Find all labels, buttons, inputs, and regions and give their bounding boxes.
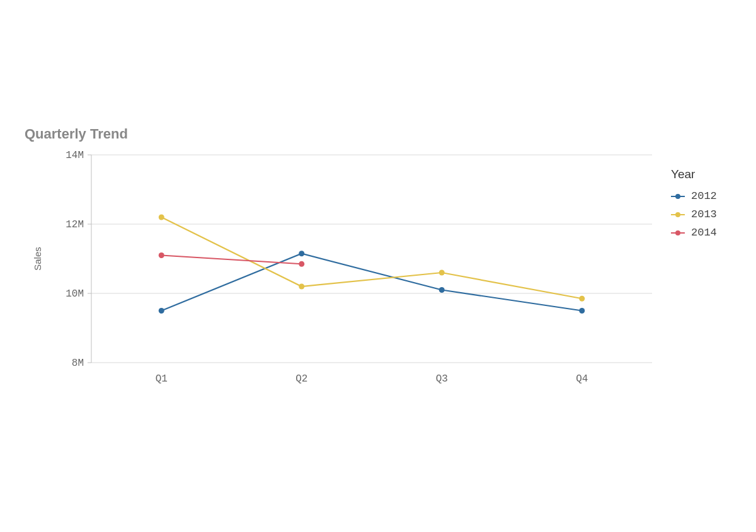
series-point-2014 xyxy=(299,261,304,267)
series-point-2012 xyxy=(299,251,304,256)
chart-legend: Year 201220132014 xyxy=(671,167,717,245)
series-point-2013 xyxy=(159,215,164,220)
series-point-2013 xyxy=(579,296,585,302)
svg-text:12M: 12M xyxy=(66,219,84,230)
legend-swatch-icon xyxy=(671,212,685,218)
series-line-2014 xyxy=(161,256,302,264)
legend-label: 2014 xyxy=(691,227,717,239)
series-line-2012 xyxy=(161,254,582,311)
legend-label: 2013 xyxy=(691,208,717,220)
svg-text:10M: 10M xyxy=(66,288,84,300)
legend-label: 2012 xyxy=(691,190,717,202)
series-point-2013 xyxy=(299,284,304,290)
series-point-2013 xyxy=(439,270,445,276)
svg-text:Q1: Q1 xyxy=(156,373,168,385)
svg-text:8M: 8M xyxy=(72,358,84,369)
legend-item-2013[interactable]: 2013 xyxy=(671,208,717,220)
series-point-2014 xyxy=(159,252,164,258)
series-point-2012 xyxy=(579,308,585,314)
legend-swatch-icon xyxy=(671,193,685,200)
chart-title: Quarterly Trend xyxy=(25,126,734,142)
legend-item-2014[interactable]: 2014 xyxy=(671,227,717,239)
svg-text:14M: 14M xyxy=(66,150,84,161)
chart-plot: 8M10M12M14MQ1Q2Q3Q4Sales xyxy=(22,149,658,394)
series-point-2012 xyxy=(439,287,445,293)
quarterly-trend-chart: Quarterly Trend 8M10M12M14MQ1Q2Q3Q4Sales… xyxy=(22,126,734,394)
svg-text:Q3: Q3 xyxy=(436,373,448,385)
svg-text:Q4: Q4 xyxy=(576,373,588,385)
legend-title: Year xyxy=(671,167,717,181)
legend-swatch-icon xyxy=(671,230,685,236)
series-line-2013 xyxy=(161,217,582,298)
legend-item-2012[interactable]: 2012 xyxy=(671,190,717,202)
svg-text:Sales: Sales xyxy=(32,247,43,271)
svg-text:Q2: Q2 xyxy=(295,373,307,385)
series-point-2012 xyxy=(159,308,164,314)
